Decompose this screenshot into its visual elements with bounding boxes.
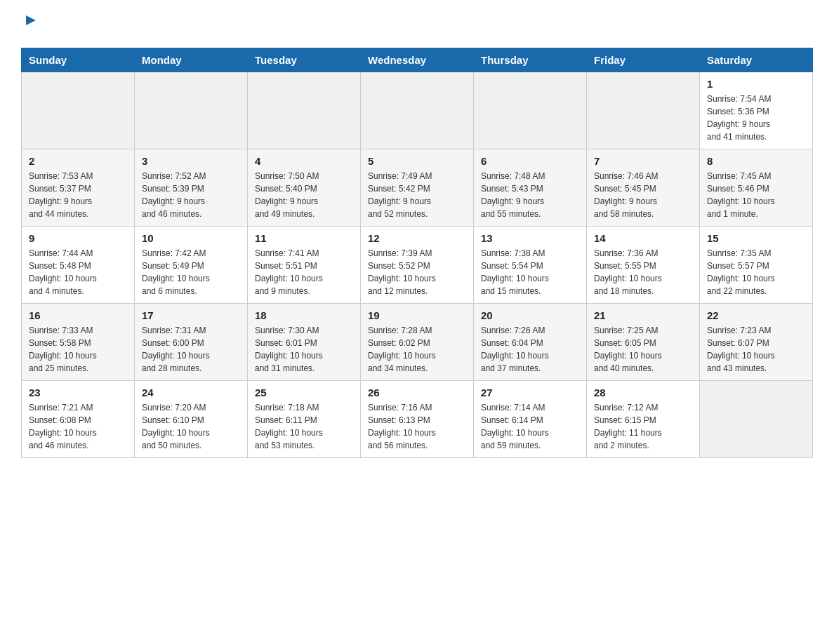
- day-info: Sunrise: 7:44 AMSunset: 5:48 PMDaylight:…: [29, 247, 127, 297]
- calendar-cell: 15Sunrise: 7:35 AMSunset: 5:57 PMDayligh…: [700, 227, 813, 304]
- weekday-header-thursday: Thursday: [474, 48, 587, 72]
- calendar-cell: 14Sunrise: 7:36 AMSunset: 5:55 PMDayligh…: [587, 227, 700, 304]
- day-info: Sunrise: 7:25 AMSunset: 6:05 PMDaylight:…: [594, 324, 692, 375]
- day-number: 3: [142, 155, 240, 167]
- calendar-cell: 3Sunrise: 7:52 AMSunset: 5:39 PMDaylight…: [135, 149, 248, 227]
- day-number: 9: [29, 232, 127, 244]
- week-row-4: 16Sunrise: 7:33 AMSunset: 5:58 PMDayligh…: [22, 304, 813, 381]
- day-number: 20: [481, 309, 579, 321]
- day-number: 11: [255, 232, 353, 244]
- calendar-cell: 21Sunrise: 7:25 AMSunset: 6:05 PMDayligh…: [587, 304, 700, 381]
- calendar-cell: 19Sunrise: 7:28 AMSunset: 6:02 PMDayligh…: [361, 304, 474, 381]
- calendar-cell: 12Sunrise: 7:39 AMSunset: 5:52 PMDayligh…: [361, 227, 474, 304]
- calendar-cell: [248, 72, 361, 149]
- day-number: 4: [255, 155, 353, 167]
- day-info: Sunrise: 7:52 AMSunset: 5:39 PMDaylight:…: [142, 170, 240, 220]
- day-number: 6: [481, 155, 579, 167]
- day-number: 22: [707, 309, 805, 321]
- day-info: Sunrise: 7:14 AMSunset: 6:14 PMDaylight:…: [481, 401, 579, 452]
- day-info: Sunrise: 7:30 AMSunset: 6:01 PMDaylight:…: [255, 324, 353, 375]
- calendar-cell: 25Sunrise: 7:18 AMSunset: 6:11 PMDayligh…: [248, 381, 361, 458]
- day-info: Sunrise: 7:28 AMSunset: 6:02 PMDaylight:…: [368, 324, 466, 375]
- day-info: Sunrise: 7:42 AMSunset: 5:49 PMDaylight:…: [142, 247, 240, 297]
- calendar-cell: 16Sunrise: 7:33 AMSunset: 5:58 PMDayligh…: [22, 304, 135, 381]
- week-row-1: 1Sunrise: 7:54 AMSunset: 5:36 PMDaylight…: [22, 72, 813, 149]
- day-number: 19: [368, 309, 466, 321]
- week-row-2: 2Sunrise: 7:53 AMSunset: 5:37 PMDaylight…: [22, 149, 813, 227]
- calendar-cell: 27Sunrise: 7:14 AMSunset: 6:14 PMDayligh…: [474, 381, 587, 458]
- calendar-cell: 8Sunrise: 7:45 AMSunset: 5:46 PMDaylight…: [700, 149, 813, 227]
- page-header: [21, 14, 813, 34]
- weekday-header-tuesday: Tuesday: [248, 48, 361, 72]
- logo: [21, 14, 39, 34]
- day-number: 16: [29, 309, 127, 321]
- day-number: 13: [481, 232, 579, 244]
- day-info: Sunrise: 7:49 AMSunset: 5:42 PMDaylight:…: [368, 170, 466, 220]
- calendar-cell: 28Sunrise: 7:12 AMSunset: 6:15 PMDayligh…: [587, 381, 700, 458]
- day-number: 17: [142, 309, 240, 321]
- day-info: Sunrise: 7:12 AMSunset: 6:15 PMDaylight:…: [594, 401, 692, 452]
- day-number: 21: [594, 309, 692, 321]
- day-number: 18: [255, 309, 353, 321]
- day-info: Sunrise: 7:36 AMSunset: 5:55 PMDaylight:…: [594, 247, 692, 297]
- day-number: 7: [594, 155, 692, 167]
- day-number: 8: [707, 155, 805, 167]
- day-number: 2: [29, 155, 127, 167]
- calendar-cell: [587, 72, 700, 149]
- calendar-cell: 18Sunrise: 7:30 AMSunset: 6:01 PMDayligh…: [248, 304, 361, 381]
- day-info: Sunrise: 7:20 AMSunset: 6:10 PMDaylight:…: [142, 401, 240, 452]
- day-info: Sunrise: 7:45 AMSunset: 5:46 PMDaylight:…: [707, 170, 805, 220]
- calendar-cell: 4Sunrise: 7:50 AMSunset: 5:40 PMDaylight…: [248, 149, 361, 227]
- day-info: Sunrise: 7:54 AMSunset: 5:36 PMDaylight:…: [707, 93, 805, 143]
- weekday-header-row: SundayMondayTuesdayWednesdayThursdayFrid…: [22, 48, 813, 72]
- calendar-cell: 6Sunrise: 7:48 AMSunset: 5:43 PMDaylight…: [474, 149, 587, 227]
- week-row-5: 23Sunrise: 7:21 AMSunset: 6:08 PMDayligh…: [22, 381, 813, 458]
- calendar-cell: 2Sunrise: 7:53 AMSunset: 5:37 PMDaylight…: [22, 149, 135, 227]
- calendar-cell: 20Sunrise: 7:26 AMSunset: 6:04 PMDayligh…: [474, 304, 587, 381]
- weekday-header-monday: Monday: [135, 48, 248, 72]
- day-number: 27: [481, 387, 579, 398]
- day-info: Sunrise: 7:33 AMSunset: 5:58 PMDaylight:…: [29, 324, 127, 375]
- calendar-cell: 24Sunrise: 7:20 AMSunset: 6:10 PMDayligh…: [135, 381, 248, 458]
- weekday-header-saturday: Saturday: [700, 48, 813, 72]
- day-info: Sunrise: 7:39 AMSunset: 5:52 PMDaylight:…: [368, 247, 466, 297]
- calendar-cell: 5Sunrise: 7:49 AMSunset: 5:42 PMDaylight…: [361, 149, 474, 227]
- day-number: 25: [255, 387, 353, 398]
- calendar-cell: 7Sunrise: 7:46 AMSunset: 5:45 PMDaylight…: [587, 149, 700, 227]
- day-info: Sunrise: 7:46 AMSunset: 5:45 PMDaylight:…: [594, 170, 692, 220]
- day-info: Sunrise: 7:53 AMSunset: 5:37 PMDaylight:…: [29, 170, 127, 220]
- day-info: Sunrise: 7:48 AMSunset: 5:43 PMDaylight:…: [481, 170, 579, 220]
- weekday-header-sunday: Sunday: [22, 48, 135, 72]
- day-info: Sunrise: 7:50 AMSunset: 5:40 PMDaylight:…: [255, 170, 353, 220]
- calendar-cell: 10Sunrise: 7:42 AMSunset: 5:49 PMDayligh…: [135, 227, 248, 304]
- calendar-cell: [135, 72, 248, 149]
- weekday-header-friday: Friday: [587, 48, 700, 72]
- day-number: 15: [707, 232, 805, 244]
- day-info: Sunrise: 7:38 AMSunset: 5:54 PMDaylight:…: [481, 247, 579, 297]
- calendar-cell: 26Sunrise: 7:16 AMSunset: 6:13 PMDayligh…: [361, 381, 474, 458]
- day-info: Sunrise: 7:18 AMSunset: 6:11 PMDaylight:…: [255, 401, 353, 452]
- day-info: Sunrise: 7:21 AMSunset: 6:08 PMDaylight:…: [29, 401, 127, 452]
- calendar-cell: 23Sunrise: 7:21 AMSunset: 6:08 PMDayligh…: [22, 381, 135, 458]
- day-info: Sunrise: 7:26 AMSunset: 6:04 PMDaylight:…: [481, 324, 579, 375]
- calendar-cell: 13Sunrise: 7:38 AMSunset: 5:54 PMDayligh…: [474, 227, 587, 304]
- calendar-cell: [700, 381, 813, 458]
- day-number: 12: [368, 232, 466, 244]
- day-info: Sunrise: 7:35 AMSunset: 5:57 PMDaylight:…: [707, 247, 805, 297]
- calendar-cell: 1Sunrise: 7:54 AMSunset: 5:36 PMDaylight…: [700, 72, 813, 149]
- day-info: Sunrise: 7:23 AMSunset: 6:07 PMDaylight:…: [707, 324, 805, 375]
- day-number: 24: [142, 387, 240, 398]
- weekday-header-wednesday: Wednesday: [361, 48, 474, 72]
- logo-arrow-icon: [23, 13, 39, 28]
- day-number: 14: [594, 232, 692, 244]
- day-info: Sunrise: 7:16 AMSunset: 6:13 PMDaylight:…: [368, 401, 466, 452]
- week-row-3: 9Sunrise: 7:44 AMSunset: 5:48 PMDaylight…: [22, 227, 813, 304]
- calendar-cell: [361, 72, 474, 149]
- day-number: 26: [368, 387, 466, 398]
- day-number: 1: [707, 78, 805, 90]
- day-number: 28: [594, 387, 692, 398]
- calendar-cell: 9Sunrise: 7:44 AMSunset: 5:48 PMDaylight…: [22, 227, 135, 304]
- svg-marker-0: [26, 15, 36, 25]
- day-number: 5: [368, 155, 466, 167]
- day-number: 23: [29, 387, 127, 398]
